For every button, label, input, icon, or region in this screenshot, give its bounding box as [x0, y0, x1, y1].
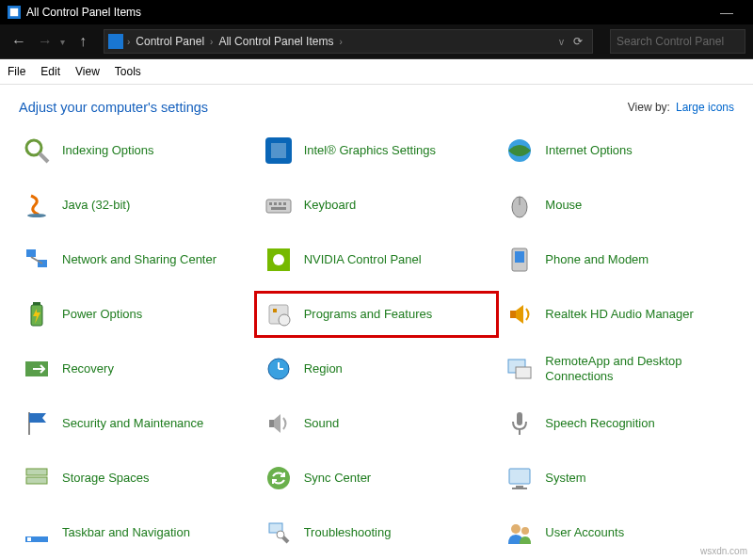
svg-rect-45: [512, 488, 527, 489]
svg-point-49: [277, 531, 284, 538]
control-panel-path-icon: [108, 34, 123, 49]
item-remoteapp[interactable]: RemoteApp and Desktop Connections: [502, 350, 734, 388]
svg-rect-43: [509, 469, 530, 484]
item-phone-modem[interactable]: Phone and Modem: [502, 241, 734, 279]
menu-tools[interactable]: Tools: [115, 65, 141, 78]
item-intel-graphics[interactable]: Intel® Graphics Settings: [261, 132, 493, 169]
watermark: wsxdn.com: [700, 546, 747, 556]
item-label: Programs and Features: [304, 307, 433, 322]
flag-icon: [21, 408, 53, 440]
network-icon: [21, 244, 53, 276]
item-realtek-audio[interactable]: Realtek HD Audio Manager: [502, 296, 734, 333]
item-label: Keyboard: [304, 198, 357, 213]
svg-rect-11: [279, 202, 281, 205]
item-power-options[interactable]: Power Options: [19, 296, 251, 333]
svg-point-7: [27, 214, 46, 217]
svg-rect-24: [33, 302, 40, 305]
address-dropdown[interactable]: v: [559, 37, 564, 47]
item-speech-recognition[interactable]: Speech Recognition: [502, 405, 734, 442]
system-icon: [504, 462, 536, 494]
breadcrumb-all-items[interactable]: All Control Panel Items: [213, 35, 339, 48]
remote-icon: [504, 353, 536, 385]
svg-rect-13: [271, 207, 286, 210]
svg-rect-47: [27, 537, 31, 541]
intel-icon: [263, 135, 295, 167]
item-programs-features[interactable]: Programs and Features: [254, 291, 500, 338]
item-label: Realtek HD Audio Manager: [545, 307, 694, 322]
sync-icon: [263, 462, 295, 494]
item-storage-spaces[interactable]: Storage Spaces: [19, 459, 251, 497]
nvidia-icon: [263, 244, 295, 276]
svg-rect-5: [271, 143, 286, 158]
item-recovery[interactable]: Recovery: [19, 350, 251, 388]
control-panel-icon: [8, 6, 21, 19]
item-mouse[interactable]: Mouse: [502, 186, 734, 224]
item-label: Troubleshooting: [304, 525, 392, 540]
phone-icon: [504, 244, 536, 276]
svg-point-42: [267, 467, 290, 489]
svg-rect-27: [273, 309, 277, 312]
svg-rect-8: [266, 200, 291, 213]
back-button[interactable]: ←: [8, 33, 30, 50]
svg-rect-40: [26, 469, 47, 475]
item-sync-center[interactable]: Sync Center: [261, 459, 493, 497]
programs-icon: [263, 298, 295, 330]
viewby-dropdown[interactable]: Large icons: [676, 101, 734, 114]
item-label: Security and Maintenance: [62, 416, 203, 431]
address-bar: ← → ▾ ↑ › Control Panel › All Control Pa…: [0, 24, 753, 59]
item-internet-options[interactable]: Internet Options: [502, 132, 734, 169]
item-label: Speech Recognition: [545, 416, 654, 431]
svg-rect-10: [274, 202, 277, 205]
item-keyboard[interactable]: Keyboard: [261, 186, 493, 224]
item-label: Sound: [304, 416, 340, 431]
item-label: Phone and Modem: [545, 252, 649, 267]
item-label: Intel® Graphics Settings: [304, 143, 436, 158]
mouse-icon: [504, 189, 536, 221]
svg-point-2: [26, 140, 41, 155]
menu-file[interactable]: File: [8, 65, 25, 78]
up-button[interactable]: ↑: [72, 33, 94, 50]
globe-icon: [504, 135, 536, 167]
item-troubleshooting[interactable]: Troubleshooting: [261, 514, 493, 552]
svg-rect-44: [516, 486, 523, 488]
forward-button[interactable]: →: [34, 33, 56, 50]
minimize-button[interactable]: —: [708, 5, 745, 20]
speaker-icon: [504, 298, 536, 330]
search-input[interactable]: Search Control Panel: [610, 29, 745, 54]
content-area: Adjust your computer's settings View by:…: [0, 85, 753, 560]
menu-edit[interactable]: Edit: [40, 65, 60, 78]
item-label: Sync Center: [304, 471, 372, 486]
taskbar-icon: [21, 517, 53, 549]
svg-point-51: [521, 527, 529, 535]
item-label: Internet Options: [545, 143, 633, 158]
svg-rect-16: [26, 249, 36, 257]
drives-icon: [21, 462, 53, 494]
history-dropdown[interactable]: ▾: [60, 37, 68, 47]
java-icon: [21, 189, 53, 221]
users-icon: [504, 517, 536, 549]
menu-view[interactable]: View: [75, 65, 100, 78]
item-java[interactable]: Java (32-bit): [19, 186, 251, 224]
search-placeholder: Search Control Panel: [617, 35, 724, 48]
svg-rect-28: [510, 311, 516, 318]
refresh-button[interactable]: ⟳: [568, 35, 588, 48]
item-taskbar-navigation[interactable]: Taskbar and Navigation: [19, 514, 251, 552]
breadcrumb-bar[interactable]: › Control Panel › All Control Panel Item…: [104, 29, 593, 54]
sound-icon: [263, 408, 295, 440]
item-label: Region: [304, 361, 343, 376]
item-nvidia[interactable]: NVIDIA Control Panel: [261, 241, 493, 279]
viewby-label: View by:: [628, 101, 670, 114]
item-system[interactable]: System: [502, 459, 734, 497]
item-region[interactable]: Region: [261, 350, 493, 388]
item-security-maintenance[interactable]: Security and Maintenance: [19, 405, 251, 442]
item-label: Power Options: [62, 307, 142, 322]
item-label: System: [545, 471, 585, 486]
item-user-accounts[interactable]: User Accounts: [502, 514, 734, 552]
breadcrumb-control-panel[interactable]: Control Panel: [130, 35, 210, 48]
svg-rect-41: [26, 477, 47, 484]
item-indexing-options[interactable]: Indexing Options: [19, 132, 251, 169]
item-sound[interactable]: Sound: [261, 405, 493, 442]
svg-rect-38: [517, 412, 522, 425]
item-network-sharing[interactable]: Network and Sharing Center: [19, 241, 251, 279]
svg-rect-37: [269, 420, 274, 427]
